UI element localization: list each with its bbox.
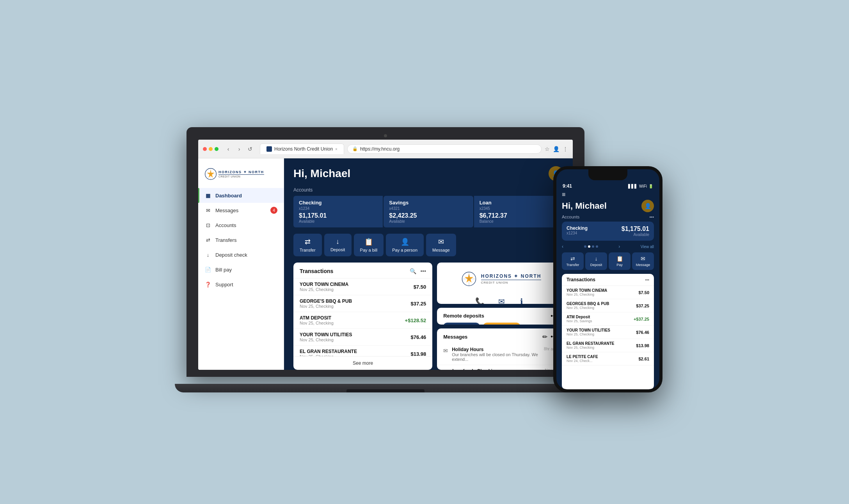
quick-action-message[interactable]: ✉ Message — [426, 234, 456, 256]
transactions-more-icon[interactable]: ••• — [420, 268, 426, 274]
accounts-label-text: Accounts — [293, 187, 313, 193]
cu-logo-large: HORIZONS ✦ NORTH CREDIT UNION — [459, 271, 542, 287]
sidebar-item-transfers[interactable]: ⇄ Transfers — [198, 232, 284, 247]
phone-message-button[interactable]: ✉ Message — [632, 252, 654, 270]
hncu-logo: HORIZONS ✦ NORTH CREDIT UNION — [204, 168, 264, 180]
laptop-screen-frame: ‹ › ↺ Horizons North Credit Union × 🔒 ht… — [186, 127, 584, 377]
browser-maximize-dot[interactable] — [215, 147, 218, 151]
browser-tab-close[interactable]: × — [335, 147, 337, 151]
sidebar-item-bill-pay[interactable]: 📄 Bill pay — [198, 262, 284, 277]
cu-message-button[interactable]: ✉ Message — [493, 297, 510, 304]
cu-contact-actions: 📞 Call ✉ Message ℹ — [475, 294, 525, 304]
hncu-divider — [218, 174, 264, 175]
browser-back-button[interactable]: ‹ — [224, 145, 233, 153]
sidebar-item-deposit-check[interactable]: ↓ Deposit check — [198, 247, 284, 262]
message-item-low-funds[interactable]: ⚠ Low funds Checking Available balance i… — [437, 365, 563, 370]
sidebar-item-messages[interactable]: ✉ Messages 4 — [198, 203, 284, 218]
sidebar-item-support[interactable]: ❓ Support — [198, 277, 284, 292]
deposit-check-icon: ↓ — [204, 251, 211, 258]
phone-menu-icon[interactable]: ≡ — [562, 191, 654, 198]
quick-action-transfer[interactable]: ⇄ Transfer — [293, 234, 322, 256]
deposit-label: Deposit — [330, 247, 345, 252]
accepted-badge: ✓ 9 Accepted — [483, 323, 521, 325]
phone-transaction-amount: $7.50 — [638, 290, 649, 295]
browser-profile-icon[interactable]: 👤 — [553, 146, 559, 152]
sidebar: HORIZONS ✦ NORTH CREDIT UNION ▦ Dashboar… — [198, 158, 284, 370]
savings-name: Savings — [389, 200, 467, 206]
quick-action-pay-bill[interactable]: 📋 Pay a bill — [354, 234, 384, 256]
phone-quick-actions: ⇄ Transfer ↓ Deposit 📋 Pay ✉ Message — [562, 252, 654, 270]
phone-next-icon[interactable]: › — [618, 244, 620, 249]
quick-action-pay-person[interactable]: 👤 Pay a person — [386, 234, 424, 256]
phone-transaction-amount: $2.61 — [638, 357, 649, 361]
transaction-date: Nov 25, Checking — [300, 287, 348, 292]
phone-account-details: Checking x1234 — [567, 225, 588, 235]
accepted-label: Accepted — [497, 324, 516, 325]
phone-transfer-label: Transfer — [566, 263, 579, 267]
phone-account-card[interactable]: Checking x1234 $1,175.01 Available — [562, 222, 654, 241]
cu-info-button[interactable]: ℹ Info — [518, 297, 525, 304]
transfer-icon: ⇄ — [305, 238, 311, 246]
browser-chrome: ‹ › ↺ Horizons North Credit Union × 🔒 ht… — [198, 140, 573, 158]
account-card-checking[interactable]: Checking x1234 $1,175.01 Available — [293, 196, 383, 227]
phone-prev-icon[interactable]: ‹ — [562, 244, 563, 249]
see-more-button[interactable]: See more — [293, 356, 432, 370]
phone-transactions-header: Transactions ••• — [562, 274, 654, 286]
phone-time: 9:41 — [563, 183, 572, 189]
transaction-amount: $13.98 — [410, 351, 426, 357]
sidebar-item-dashboard[interactable]: ▦ Dashboard — [198, 188, 284, 203]
messages-header: Messages ✏ ••• — [437, 328, 563, 344]
phone-transaction-info: YOUR TOWN CINEMA Nov 25, Checking — [567, 288, 607, 296]
browser-menu-icon[interactable]: ⋮ — [563, 146, 568, 152]
phone-dot-3 — [592, 245, 594, 248]
browser-close-dot[interactable] — [203, 147, 207, 151]
phone-deposit-icon: ↓ — [595, 256, 598, 262]
phone-transaction-info: LE PETITE CAFE Nov 24, Check... — [567, 355, 598, 363]
sidebar-nav: ▦ Dashboard ✉ Messages 4 ⊡ Accounts — [198, 188, 284, 292]
bill-pay-icon: 📄 — [204, 266, 211, 273]
phone-transaction-name: EL GRAN RESTAURANTE — [567, 341, 614, 346]
phone-deposit-button[interactable]: ↓ Deposit — [585, 252, 607, 270]
phone-transaction-name: ATM Deposit — [567, 315, 592, 319]
transaction-info: YOUR TOWN CINEMA Nov 25, Checking — [300, 282, 348, 292]
right-panels: HORIZONS ✦ NORTH CREDIT UNION — [437, 263, 563, 370]
table-row: GEORGE'S BBQ & PUB Nov 25, Checking $37.… — [293, 295, 432, 312]
phone-account-amount: $1,175.01 — [622, 225, 649, 232]
messages-compose-icon[interactable]: ✏ — [542, 333, 547, 341]
hncu-star-icon — [204, 168, 217, 180]
browser-address-bar[interactable]: 🔒 https://my.hncu.org — [347, 144, 542, 154]
account-card-savings[interactable]: Savings x4321 $2,423.25 Available — [384, 196, 473, 227]
sidebar-label-bill-pay: Bill pay — [215, 267, 232, 273]
laptop-device: ‹ › ↺ Horizons North Credit Union × 🔒 ht… — [186, 127, 584, 392]
phone-transactions-more[interactable]: ••• — [645, 278, 649, 282]
browser-url: https://my.hncu.org — [360, 146, 400, 152]
phone-transaction-date: Nov 25, Checking — [567, 306, 609, 310]
table-row: YOUR TOWN CINEMA Nov 25, Checking $7.50 — [293, 279, 432, 295]
phone-user-avatar[interactable]: 👤 — [641, 200, 654, 212]
phone-view-all-link[interactable]: View all — [641, 245, 654, 249]
transfer-label: Transfer — [300, 248, 316, 252]
phone-transaction-name: YOUR TOWN CINEMA — [567, 288, 607, 293]
quick-action-deposit[interactable]: ↓ Deposit — [324, 234, 352, 256]
phone-transfer-button[interactable]: ⇄ Transfer — [562, 252, 584, 270]
message-item-holiday[interactable]: ✉ Holiday Hours Our branches will be clo… — [437, 344, 563, 365]
phone-transaction-date: Nov 24, Check... — [567, 359, 598, 363]
browser-tab[interactable]: Horizons North Credit Union × — [260, 144, 344, 154]
phone-transfer-icon: ⇄ — [570, 256, 575, 262]
accepted-count: 9 — [493, 324, 495, 325]
cu-call-button[interactable]: 📞 Call — [475, 297, 485, 304]
phone-card-dots — [584, 245, 598, 248]
browser-forward-button[interactable]: › — [235, 145, 243, 153]
browser-reload-button[interactable]: ↺ — [246, 145, 254, 153]
phone-accounts-more[interactable]: ••• — [649, 215, 654, 219]
envelope-icon: ✉ — [443, 348, 448, 354]
transactions-search-icon[interactable]: 🔍 — [410, 268, 416, 274]
browser-bookmark-icon[interactable]: ☆ — [545, 146, 550, 152]
phone-account-row: Checking x1234 $1,175.01 Available — [567, 225, 649, 237]
sidebar-item-accounts[interactable]: ⊡ Accounts — [198, 218, 284, 232]
list-item: YOUR TOWN CINEMA Nov 25, Checking $7.50 — [562, 286, 654, 299]
browser-minimize-dot[interactable] — [209, 147, 213, 151]
phone-pay-button[interactable]: 📋 Pay — [609, 252, 631, 270]
message-title-text: Holiday Hours — [452, 347, 540, 352]
account-card-loan[interactable]: Loan x2345 $6,712.37 Balance — [474, 196, 563, 227]
